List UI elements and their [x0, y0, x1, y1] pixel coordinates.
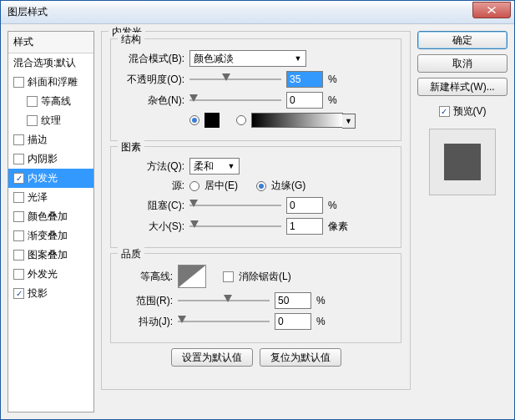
gradient-picker[interactable]: ▼ [251, 113, 343, 128]
choke-slider[interactable] [189, 198, 281, 213]
style-checkbox[interactable] [13, 192, 24, 203]
source-center-radio[interactable] [189, 181, 199, 191]
choke-input[interactable]: 0 [286, 197, 323, 214]
style-checkbox[interactable] [13, 77, 24, 88]
style-item-label: 内发光 [28, 171, 58, 185]
settings-panel: 内发光 结构 混合模式(B): 颜色减淡 ▼ 不透明度(O): 35 [101, 31, 411, 412]
size-unit: 像素 [328, 220, 351, 234]
style-item[interactable]: 光泽 [8, 188, 93, 207]
style-item[interactable]: 斜面和浮雕 [8, 73, 93, 92]
reset-default-button[interactable]: 复位为默认值 [260, 348, 341, 367]
make-default-button[interactable]: 设置为默认值 [171, 348, 253, 367]
antialias-label: 消除锯齿(L) [239, 270, 291, 284]
style-item[interactable]: 描边 [8, 130, 93, 149]
preview-box [429, 129, 496, 195]
range-unit: % [316, 295, 340, 306]
chevron-down-icon: ▼ [292, 53, 304, 64]
blend-mode-combo[interactable]: 颜色减淡 ▼ [189, 50, 306, 67]
color-radio[interactable] [189, 115, 199, 125]
blend-options-label: 混合选项:默认 [13, 56, 76, 70]
source-edge-radio[interactable] [256, 181, 266, 191]
quality-group: 品质 等高线: 消除锯齿(L) 范围(R): 50 % [110, 253, 401, 343]
color-swatch[interactable] [204, 113, 220, 128]
style-item[interactable]: 外发光 [8, 265, 93, 284]
style-checkbox[interactable] [13, 250, 24, 261]
choke-label: 阻塞(C): [119, 199, 184, 213]
style-item[interactable]: 纹理 [8, 111, 93, 130]
size-input[interactable]: 1 [286, 218, 323, 235]
style-item[interactable]: 内阴影 [8, 149, 93, 169]
elements-group: 图素 方法(Q): 柔和 ▼ 源: 居中(E) 边缘 [110, 146, 401, 248]
style-item[interactable]: 内发光 [8, 169, 93, 188]
style-item-label: 斜面和浮雕 [28, 75, 78, 89]
source-edge-label: 边缘(G) [271, 179, 305, 193]
choke-unit: % [328, 200, 351, 211]
close-button[interactable] [472, 2, 511, 18]
style-item-label: 等高线 [41, 94, 71, 109]
style-checkbox[interactable] [13, 269, 24, 280]
opacity-input[interactable]: 35 [286, 71, 323, 88]
style-checkbox[interactable] [13, 134, 24, 145]
jitter-slider[interactable] [178, 314, 270, 329]
style-item-label: 外发光 [28, 267, 58, 281]
structure-group: 结构 混合模式(B): 颜色减淡 ▼ 不透明度(O): 35 % [110, 38, 401, 141]
method-value: 柔和 [194, 159, 214, 174]
blend-options-item[interactable]: 混合选项:默认 [8, 53, 93, 73]
range-label: 范围(R): [119, 294, 173, 308]
preview-label: 预览(V) [453, 104, 487, 119]
gradient-radio[interactable] [236, 115, 246, 125]
ok-button[interactable]: 确定 [417, 31, 507, 49]
style-checkbox[interactable] [13, 288, 24, 299]
preview-checkbox[interactable] [439, 106, 450, 117]
style-checkbox[interactable] [27, 96, 38, 107]
method-label: 方法(Q): [119, 159, 184, 174]
style-item-label: 投影 [28, 286, 48, 301]
style-item[interactable]: 颜色叠加 [8, 207, 93, 226]
style-checkbox[interactable] [13, 154, 24, 164]
size-label: 大小(S): [119, 220, 184, 234]
opacity-label: 不透明度(O): [119, 73, 184, 87]
size-slider[interactable] [189, 219, 281, 234]
chevron-down-icon: ▼ [342, 114, 356, 129]
style-checkbox[interactable] [13, 173, 24, 184]
style-item-label: 纹理 [41, 114, 61, 128]
jitter-input[interactable]: 0 [275, 313, 311, 330]
style-item-label: 光泽 [28, 190, 48, 205]
range-slider[interactable] [178, 293, 270, 308]
range-input[interactable]: 50 [275, 292, 311, 309]
window-title: 图层样式 [8, 5, 48, 19]
titlebar: 图层样式 [1, 1, 514, 24]
noise-unit: % [328, 94, 351, 106]
antialias-checkbox[interactable] [223, 271, 234, 282]
style-checkbox[interactable] [13, 211, 24, 222]
jitter-label: 抖动(J): [119, 315, 173, 329]
style-item[interactable]: 图案叠加 [8, 245, 93, 265]
method-combo[interactable]: 柔和 ▼ [189, 158, 240, 175]
opacity-slider[interactable] [189, 72, 281, 87]
noise-slider[interactable] [189, 93, 281, 108]
style-item-label: 描边 [28, 133, 48, 147]
style-checkbox[interactable] [13, 230, 24, 241]
cancel-button[interactable]: 取消 [417, 54, 507, 73]
style-checkbox[interactable] [27, 115, 38, 126]
elements-legend: 图素 [118, 140, 144, 154]
inner-glow-group: 内发光 结构 混合模式(B): 颜色减淡 ▼ 不透明度(O): 35 [101, 31, 411, 390]
style-item-label: 渐变叠加 [28, 229, 68, 243]
contour-label: 等高线: [119, 270, 173, 284]
style-item[interactable]: 等高线 [8, 92, 93, 111]
styles-list: 样式 混合选项:默认 斜面和浮雕等高线纹理描边内阴影内发光光泽颜色叠加渐变叠加图… [8, 31, 94, 412]
style-item-label: 图案叠加 [28, 248, 68, 262]
right-column: 确定 取消 新建样式(W)... 预览(V) [417, 31, 507, 412]
style-item-label: 内阴影 [28, 152, 58, 166]
style-item[interactable]: 投影 [8, 284, 93, 303]
jitter-unit: % [316, 316, 340, 327]
style-item[interactable]: 渐变叠加 [8, 226, 93, 245]
chevron-down-icon: ▼ [225, 160, 237, 172]
styles-header: 样式 [8, 32, 93, 53]
layer-style-dialog: 图层样式 样式 混合选项:默认 斜面和浮雕等高线纹理描边内阴影内发光光泽颜色叠加… [0, 0, 515, 420]
contour-picker[interactable] [178, 265, 206, 288]
opacity-unit: % [328, 73, 351, 85]
structure-legend: 结构 [118, 33, 144, 47]
noise-input[interactable]: 0 [286, 92, 323, 109]
new-style-button[interactable]: 新建样式(W)... [417, 78, 507, 96]
